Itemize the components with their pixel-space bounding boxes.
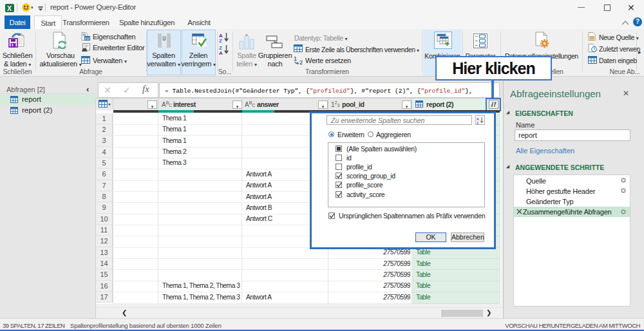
svg-text:2: 2 bbox=[299, 59, 303, 65]
svg-text:1: 1 bbox=[294, 55, 297, 62]
svg-text:Z: Z bbox=[219, 38, 222, 43]
svg-text:Z: Z bbox=[477, 121, 479, 125]
svg-text:X: X bbox=[7, 5, 12, 12]
